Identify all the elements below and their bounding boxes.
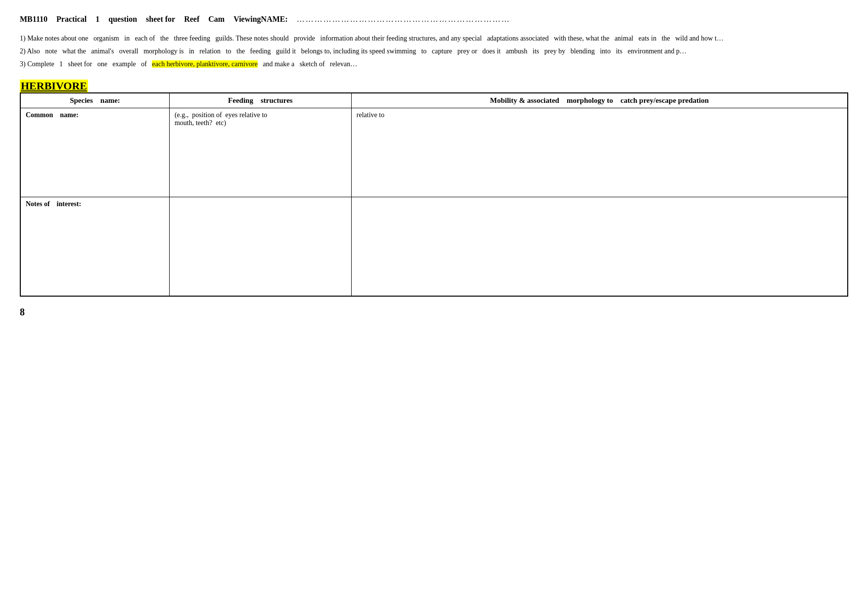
table-row-notes: Notes of interest: [21, 197, 848, 296]
feeding-hint-text: (e.g., position of eyes relative tomouth… [175, 111, 267, 127]
col-header-species: Species name: [21, 93, 170, 108]
data-table-container: Species name: Feeding structures Mobilit… [20, 92, 848, 297]
instructions-block: 1) Make notes about one organism in each… [20, 33, 848, 70]
mobility-hint-cell: relative to [351, 108, 847, 197]
name-dots: ……………………………………………………………… [297, 15, 848, 24]
common-label: Common [26, 111, 53, 119]
notes-feeding-cell [169, 197, 351, 296]
doc-label: question [108, 15, 137, 24]
herbivore-title: HERBIVORE [20, 80, 88, 92]
highlighted-guilds: each herbivore, planktivore, carnivore [152, 60, 257, 68]
common-sublabel: name: [60, 111, 78, 119]
doc-viewing: ViewingNAME: [233, 15, 288, 24]
col-header-mobility: Mobility & associated morphology to catc… [351, 93, 847, 108]
data-table: Species name: Feeding structures Mobilit… [20, 93, 848, 296]
col-header-feeding: Feeding structures [169, 93, 351, 108]
instruction-2: 2) Also note what the animal's overall m… [20, 45, 848, 57]
common-name-cell: Common name: [21, 108, 170, 197]
doc-type: Practical [56, 15, 87, 24]
table-row-common: Common name: (e.g., position of eyes rel… [21, 108, 848, 197]
instruction-1: 1) Make notes about one organism in each… [20, 33, 848, 44]
doc-cam: Cam [208, 15, 225, 24]
notes-mobility-cell [351, 197, 847, 296]
instruction-3: 3) Complete 1 sheet for one example of e… [20, 58, 848, 70]
doc-code: MB1110 [20, 15, 47, 24]
notes-cell: Notes of interest: [21, 197, 170, 296]
doc-reef: Reef [184, 15, 199, 24]
notes-label: Notes of [26, 200, 50, 208]
doc-sheet: sheet for [146, 15, 175, 24]
notes-sublabel: interest: [57, 200, 82, 208]
doc-number: 1 [95, 15, 99, 24]
herbivore-section: HERBIVORE Species name: Feeding structur… [20, 80, 848, 297]
mobility-hint-text: relative to [357, 111, 384, 119]
page-header: MB1110 Practical 1 question sheet for Re… [20, 15, 848, 24]
page-number: 8 [20, 306, 848, 318]
feeding-hint-cell: (e.g., position of eyes relative tomouth… [169, 108, 351, 197]
table-header-row: Species name: Feeding structures Mobilit… [21, 93, 848, 108]
